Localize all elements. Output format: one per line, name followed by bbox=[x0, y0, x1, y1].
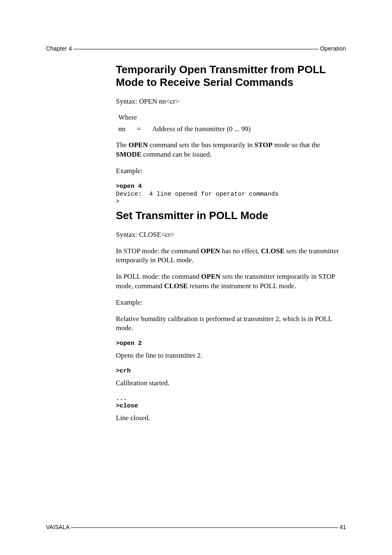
code-open-4: >open 4 Device: 4 line opened for operat… bbox=[116, 183, 346, 206]
footer-rule bbox=[71, 523, 338, 528]
param-equals: = bbox=[137, 125, 141, 133]
code-close: ... >close bbox=[116, 395, 346, 411]
header-rule bbox=[74, 45, 318, 49]
header-chapter: Chapter 4 bbox=[46, 45, 72, 52]
example-label-1: Example: bbox=[116, 166, 346, 176]
poll-mode-desc: In POLL mode: the command OPEN sets the … bbox=[116, 272, 346, 290]
line-closed: Line closed. bbox=[116, 414, 346, 423]
where-row: nn = Address of the transmitter (0 ... 9… bbox=[118, 125, 346, 133]
heading-open-transmitter: Temporarily Open Transmitter from POLL M… bbox=[116, 63, 346, 89]
example-intro: Relative humidity calibration is perform… bbox=[116, 314, 346, 333]
syntax-close: Syntax: CLOSE<cr> bbox=[116, 230, 346, 239]
example-label-2: Example: bbox=[116, 298, 346, 307]
param-desc: Address of the transmitter (0 ... 99) bbox=[152, 125, 251, 133]
code-open-2: >open 2 bbox=[116, 340, 346, 348]
stop-mode-desc: In STOP mode: the command OPEN has no ef… bbox=[116, 247, 346, 265]
page-header: Chapter 4 Operation bbox=[46, 45, 346, 52]
syntax-open: Syntax: OPEN nn<cr> bbox=[116, 97, 346, 106]
heading-set-poll: Set Transmitter in POLL Mode bbox=[116, 209, 346, 222]
where-block: Where nn = Address of the transmitter (0… bbox=[118, 113, 346, 133]
calibration-started: Calibration started. bbox=[116, 379, 346, 388]
open-description: The OPEN command sets the bus temporaril… bbox=[116, 141, 346, 159]
opens-line-desc: Opens the line to transmitter 2. bbox=[116, 351, 346, 360]
header-section: Operation bbox=[320, 45, 346, 52]
code-crh: >crh bbox=[116, 368, 346, 375]
content-area: Temporarily Open Transmitter from POLL M… bbox=[116, 63, 346, 423]
param-name: nn bbox=[118, 125, 125, 133]
where-label: Where bbox=[118, 113, 346, 122]
footer-brand: VAISALA bbox=[46, 524, 69, 530]
page-footer: VAISALA 41 bbox=[46, 524, 346, 530]
footer-page-number: 41 bbox=[339, 524, 346, 530]
